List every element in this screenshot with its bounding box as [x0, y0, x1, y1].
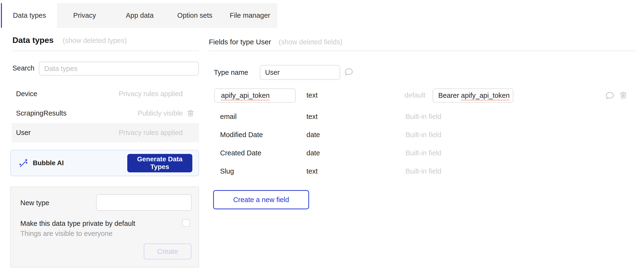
field-name[interactable]: Slug — [220, 167, 234, 175]
trash-icon[interactable] — [619, 91, 627, 100]
right-panel-divider — [209, 51, 636, 51]
fields-header: Fields for type User (show deleted field… — [209, 38, 342, 46]
field-note: Built-in field — [406, 131, 441, 139]
field-name[interactable]: Created Date — [220, 149, 262, 157]
default-token-text: apify_api_token — [461, 92, 510, 99]
trash-icon[interactable] — [187, 109, 194, 117]
field-note: Built-in field — [406, 113, 441, 120]
field-default-input[interactable]: Bearer apify_api_token — [432, 88, 514, 103]
fields-title: Fields for type User — [209, 38, 271, 46]
data-types-title: Data types — [12, 36, 54, 45]
type-status: Publicly visible — [138, 109, 183, 117]
bubble-ai-box: Bubble AI Generate Data Types — [10, 150, 199, 176]
default-label: default — [404, 91, 425, 99]
field-type: date — [306, 149, 320, 157]
data-types-header: Data types (show deleted types) — [12, 36, 127, 45]
field-type: text — [306, 167, 318, 175]
field-type: text — [306, 113, 318, 120]
field-type: text — [306, 91, 318, 99]
type-status: Privacy rules applied — [119, 129, 183, 137]
field-name-input[interactable]: apify_api_token — [214, 88, 296, 103]
type-name: ScrapingResults — [16, 109, 138, 117]
data-type-list: Device Privacy rules applied ScrapingRes… — [12, 84, 199, 143]
show-deleted-fields-link[interactable]: (show deleted fields) — [279, 38, 342, 46]
bubble-ai-label: Bubble AI — [33, 159, 64, 167]
type-row-device[interactable]: Device Privacy rules applied — [12, 84, 199, 104]
type-name-label: Type name — [214, 69, 248, 76]
type-row-scrapingresults[interactable]: ScrapingResults Publicly visible — [12, 104, 199, 123]
visibility-hint: Things are visible to everyone — [20, 230, 112, 238]
show-deleted-types-link[interactable]: (show deleted types) — [63, 37, 127, 45]
new-type-input[interactable] — [96, 194, 192, 211]
field-type: date — [306, 131, 320, 139]
field-name-text: apify_api_token — [221, 92, 270, 99]
search-input[interactable] — [39, 62, 199, 76]
type-row-user[interactable]: User Privacy rules applied — [12, 123, 199, 143]
field-name[interactable]: email — [220, 113, 236, 120]
field-note: Built-in field — [406, 149, 441, 157]
tab-file-manager[interactable]: File manager — [222, 3, 278, 28]
field-note: Built-in field — [406, 167, 441, 175]
data-tab-bar: Data types Privacy App data Option sets … — [1, 3, 278, 28]
generate-data-types-button[interactable]: Generate Data Types — [127, 154, 192, 172]
comment-bubble-icon[interactable] — [605, 91, 615, 100]
private-by-default-checkbox[interactable] — [182, 219, 190, 227]
create-new-field-button[interactable]: Create a new field — [213, 190, 309, 209]
default-prefix-text: Bearer — [438, 92, 461, 99]
create-type-button[interactable]: Create — [144, 244, 192, 259]
left-panel-divider — [12, 51, 199, 51]
magic-wand-icon — [18, 158, 28, 168]
search-label: Search — [12, 64, 34, 72]
tab-privacy[interactable]: Privacy — [57, 3, 112, 28]
new-type-label: New type — [20, 199, 49, 207]
field-name[interactable]: Modified Date — [220, 131, 263, 139]
private-by-default-label: Make this data type private by default — [20, 220, 135, 227]
type-name: User — [16, 129, 119, 137]
tab-app-data[interactable]: App data — [112, 3, 167, 28]
type-name-input[interactable] — [260, 65, 340, 80]
tab-data-types[interactable]: Data types — [1, 3, 57, 28]
comment-bubble-icon[interactable] — [344, 67, 354, 77]
new-type-box: New type Make this data type private by … — [10, 187, 199, 267]
tab-option-sets[interactable]: Option sets — [167, 3, 222, 28]
type-status: Privacy rules applied — [119, 90, 183, 98]
type-name: Device — [16, 90, 119, 98]
